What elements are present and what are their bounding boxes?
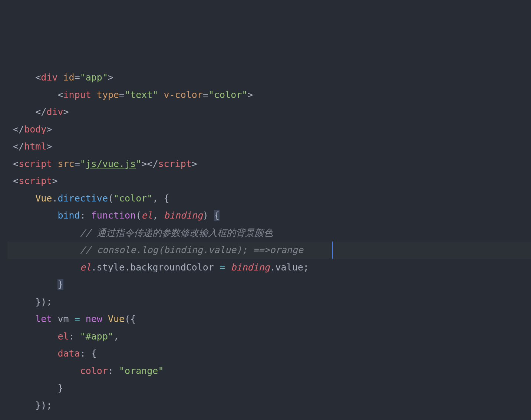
code-token: id	[63, 72, 75, 83]
code-token: el	[57, 331, 69, 342]
code-token: src	[58, 158, 75, 169]
code-line[interactable]: // console.log(binding.value); ==>orange	[7, 242, 531, 259]
code-token: body	[24, 124, 46, 135]
code-token: "color"	[208, 89, 247, 100]
code-token: <	[57, 89, 63, 100]
code-token: =	[119, 89, 125, 100]
code-token: "color"	[113, 193, 152, 204]
code-token: type	[97, 89, 119, 100]
code-token: "app"	[80, 72, 108, 83]
code-token: Vue	[108, 314, 125, 324]
code-token: >	[247, 89, 253, 100]
code-token	[52, 314, 57, 324]
code-token: )	[203, 210, 208, 221]
code-token	[69, 314, 75, 324]
code-token: (	[136, 210, 141, 221]
code-token: el	[141, 210, 152, 221]
code-line[interactable]: <div id="app">	[7, 69, 531, 86]
code-token: , {	[152, 193, 169, 204]
code-token	[52, 158, 57, 169]
code-line[interactable]: bind: function(el, binding) {	[7, 207, 531, 224]
code-line[interactable]: <script src="js/vue.js"></script>	[7, 155, 531, 173]
code-token: ></	[141, 158, 158, 169]
code-token: ({	[125, 314, 136, 324]
code-token: });	[35, 296, 52, 307]
code-token: </	[35, 106, 46, 117]
code-token: "orange"	[119, 365, 164, 376]
code-token: =	[203, 89, 208, 100]
code-line[interactable]: color: "orange"	[7, 362, 531, 380]
code-token: =	[75, 314, 80, 324]
code-token: v-color	[164, 89, 203, 100]
code-token: </	[13, 141, 24, 152]
code-token: </	[13, 124, 24, 135]
code-token: bind	[57, 210, 80, 221]
code-token: <	[13, 158, 19, 169]
code-token: binding	[231, 262, 270, 273]
code-token: (	[108, 193, 113, 204]
code-token: ;	[303, 262, 309, 273]
code-line[interactable]: el.style.backgroundColor = binding.value…	[7, 259, 531, 276]
code-line[interactable]: <input type="text" v-color="color">	[7, 86, 531, 104]
code-token: Vue	[35, 193, 52, 204]
code-token: =	[75, 158, 80, 169]
code-token: <	[13, 175, 19, 186]
code-token: new	[86, 314, 102, 324]
code-token	[225, 262, 231, 273]
code-token: >	[63, 106, 69, 117]
code-line[interactable]: Vue.directive("color", {	[7, 190, 531, 207]
code-token: div	[41, 72, 57, 83]
code-token: >	[108, 72, 113, 83]
code-line[interactable]: <script>	[7, 173, 531, 190]
code-line[interactable]: }	[7, 276, 531, 293]
code-token: ,	[113, 331, 119, 342]
code-line[interactable]: </body>	[7, 121, 531, 138]
code-token: el	[80, 262, 91, 273]
code-token: vm	[57, 314, 69, 324]
code-token: // 通过指令传递的参数修改输入框的背景颜色	[80, 227, 273, 238]
code-token: style	[97, 262, 125, 273]
code-token: input	[63, 89, 91, 100]
code-token	[57, 72, 63, 83]
text-cursor	[332, 242, 333, 259]
code-token: script	[19, 158, 52, 169]
code-token: "	[80, 158, 86, 169]
code-line[interactable]: });	[7, 397, 531, 414]
code-token: {	[214, 210, 220, 221]
code-token	[208, 210, 214, 221]
code-token: :	[69, 331, 80, 342]
code-token: =	[220, 262, 225, 273]
code-token: js/vue.js	[86, 158, 136, 169]
code-line[interactable]: });	[7, 293, 531, 311]
code-token: >	[192, 158, 197, 169]
code-token: >	[46, 124, 52, 135]
code-token: function	[91, 210, 136, 221]
code-token: >	[52, 175, 57, 186]
code-token: color	[80, 365, 108, 376]
code-line[interactable]: </div>	[7, 104, 531, 121]
code-token: : {	[80, 348, 97, 359]
code-token	[158, 89, 164, 100]
code-token: :	[108, 365, 119, 376]
code-token: =	[75, 72, 80, 83]
code-token: backgroundColor	[130, 262, 214, 273]
code-token: <	[35, 72, 41, 83]
code-token: div	[46, 106, 63, 117]
code-token: .	[91, 262, 97, 273]
code-token: ,	[152, 210, 164, 221]
code-token: binding	[164, 210, 203, 221]
code-line[interactable]: </html>	[7, 138, 531, 155]
code-line[interactable]: el: "#app",	[7, 328, 531, 345]
code-editor[interactable]: <div id="app"> <input type="text" v-colo…	[0, 69, 531, 414]
code-token: html	[24, 141, 46, 152]
code-token: "	[136, 158, 141, 169]
code-line[interactable]: }	[7, 380, 531, 397]
code-token	[214, 262, 220, 273]
code-token: .	[125, 262, 130, 273]
code-token: script	[19, 175, 52, 186]
code-line[interactable]: let vm = new Vue({	[7, 311, 531, 328]
code-token: .	[270, 262, 276, 273]
code-token: directive	[57, 193, 108, 204]
code-line[interactable]: data: {	[7, 345, 531, 362]
code-line[interactable]: // 通过指令传递的参数修改输入框的背景颜色	[7, 224, 531, 242]
